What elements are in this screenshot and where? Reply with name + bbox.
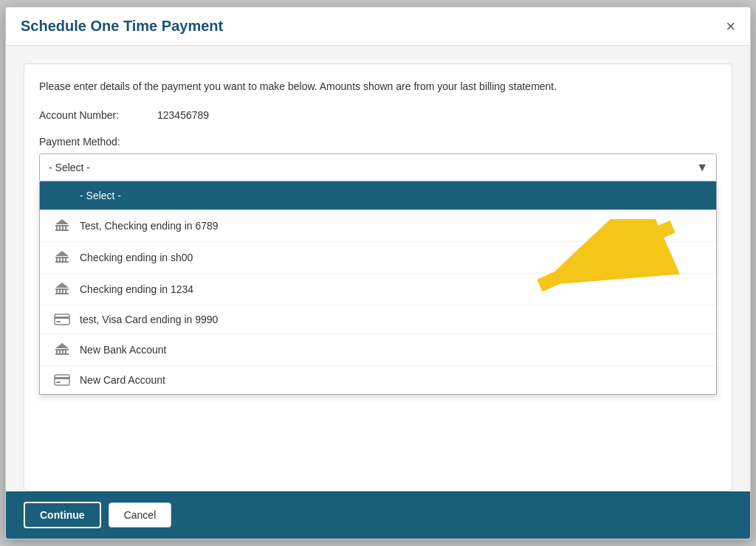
modal-header: Schedule One Time Payment × xyxy=(6,7,750,46)
bank-icon-checkingsh00 xyxy=(50,250,74,265)
svg-rect-12 xyxy=(65,258,66,261)
payment-method-label: Payment Method: xyxy=(39,136,717,148)
svg-rect-7 xyxy=(55,257,69,258)
select-display-text: - Select - xyxy=(49,162,90,173)
svg-rect-19 xyxy=(65,290,66,293)
svg-rect-24 xyxy=(55,349,69,350)
modal-body: Please enter details of the payment you … xyxy=(6,46,750,491)
modal-container: Schedule One Time Payment × Please enter… xyxy=(5,7,751,539)
svg-marker-13 xyxy=(55,251,69,256)
account-number-label: Account Number: xyxy=(39,109,157,121)
dropdown-item-visa9990[interactable]: test, Visa Card ending in 9990 xyxy=(40,305,716,334)
svg-rect-9 xyxy=(56,258,58,261)
card-icon-newcard xyxy=(50,374,74,386)
svg-rect-28 xyxy=(62,350,63,353)
bank-icon-checking1234 xyxy=(50,282,74,297)
svg-rect-33 xyxy=(56,381,61,383)
dropdown-item-checking6789[interactable]: Test, Checking ending in 6789 xyxy=(40,210,716,242)
svg-rect-18 xyxy=(62,290,63,293)
svg-rect-17 xyxy=(59,290,61,293)
svg-rect-10 xyxy=(59,258,61,261)
svg-rect-11 xyxy=(62,258,63,261)
dropdown-item-newbank[interactable]: New Bank Account xyxy=(40,334,716,366)
payment-method-section: Payment Method: - Select - ▼ - Select - xyxy=(39,136,717,182)
bank-icon-checking6789 xyxy=(50,218,74,233)
svg-marker-20 xyxy=(55,283,69,288)
modal-title: Schedule One Time Payment xyxy=(21,18,223,35)
card-icon-visa9990 xyxy=(50,314,74,325)
svg-rect-8 xyxy=(55,261,69,263)
dropdown-item-select-label: - Select - xyxy=(80,190,121,201)
svg-marker-6 xyxy=(55,219,69,224)
close-button[interactable]: × xyxy=(726,18,735,35)
svg-rect-2 xyxy=(56,227,58,229)
dropdown-item-checkingsh00[interactable]: Checking ending in sh00 xyxy=(40,242,716,274)
account-number-row: Account Number: 123456789 xyxy=(39,109,717,121)
dropdown-item-newcard[interactable]: New Card Account xyxy=(40,366,716,394)
svg-rect-25 xyxy=(55,353,69,355)
bank-icon-newbank xyxy=(50,342,74,357)
svg-rect-29 xyxy=(65,350,66,353)
payment-method-select[interactable]: - Select - xyxy=(39,153,717,182)
svg-rect-16 xyxy=(56,290,58,293)
svg-rect-23 xyxy=(56,321,61,322)
info-text: Please enter details of the payment you … xyxy=(39,79,717,94)
dropdown-item-checking1234[interactable]: Checking ending in 1234 xyxy=(40,274,716,305)
svg-marker-30 xyxy=(55,343,69,348)
account-number-value: 123456789 xyxy=(157,109,209,121)
svg-rect-15 xyxy=(55,293,69,294)
svg-rect-27 xyxy=(59,350,61,353)
dropdown-item-newcard-label: New Card Account xyxy=(80,374,165,386)
content-area: Please enter details of the payment you … xyxy=(24,63,732,491)
dropdown-item-visa9990-label: test, Visa Card ending in 9990 xyxy=(80,314,218,325)
dropdown-item-checking6789-label: Test, Checking ending in 6789 xyxy=(80,220,219,232)
svg-rect-22 xyxy=(55,317,69,319)
dropdown-item-checkingsh00-label: Checking ending in sh00 xyxy=(80,252,193,263)
modal-footer: Continue Cancel xyxy=(6,491,750,539)
svg-rect-14 xyxy=(55,288,69,290)
svg-rect-21 xyxy=(55,314,69,325)
cancel-button[interactable]: Cancel xyxy=(109,502,172,528)
svg-rect-32 xyxy=(55,377,69,379)
svg-rect-26 xyxy=(56,350,58,353)
payment-method-select-wrapper: - Select - ▼ - Select - xyxy=(39,153,717,182)
svg-rect-31 xyxy=(55,375,69,385)
svg-rect-4 xyxy=(62,227,63,229)
svg-rect-0 xyxy=(55,225,69,227)
svg-rect-5 xyxy=(65,227,66,229)
dropdown-item-checking1234-label: Checking ending in 1234 xyxy=(80,283,193,295)
svg-rect-3 xyxy=(59,227,61,229)
dropdown-item-newbank-label: New Bank Account xyxy=(80,344,167,356)
svg-rect-1 xyxy=(55,229,69,231)
payment-method-dropdown: - Select - xyxy=(39,182,717,395)
continue-button[interactable]: Continue xyxy=(24,502,101,528)
dropdown-item-select[interactable]: - Select - xyxy=(40,182,716,210)
